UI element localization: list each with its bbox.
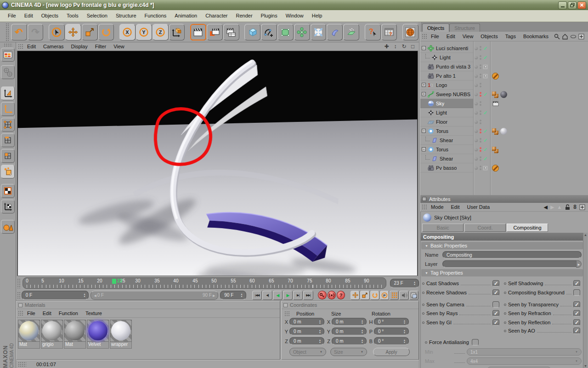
add-primitive-button[interactable] (244, 24, 260, 40)
size-x-field[interactable]: 0 m (332, 318, 367, 326)
panel-toggle-icon[interactable] (18, 303, 23, 307)
tree-row-shear-2[interactable]: Shear (420, 154, 588, 163)
scale-tool-button[interactable] (82, 24, 98, 40)
visibility-dots[interactable] (473, 145, 490, 154)
tag-properties-group[interactable]: Tag Properties (421, 269, 583, 276)
material-item[interactable]: wrapper (110, 320, 132, 349)
previous-frame-button[interactable] (262, 291, 272, 300)
viewport-menu-edit[interactable]: Edit (23, 43, 40, 51)
position-y-field[interactable]: 0 m (289, 328, 324, 335)
object-manager-grip[interactable] (422, 34, 427, 39)
command-manager-button[interactable]: ? (381, 24, 397, 40)
materials-menu-texture[interactable]: Texture (82, 309, 106, 317)
viewport-menu-filter[interactable]: Filter (91, 43, 110, 51)
viewport-canvas[interactable] (17, 51, 418, 276)
seen-by-rays-checkbox[interactable] (492, 310, 499, 316)
make-editable-button[interactable] (1, 48, 15, 62)
menu-animation[interactable]: Animation (170, 10, 201, 22)
home-icon[interactable] (562, 34, 568, 40)
add-panel-icon[interactable] (578, 34, 584, 40)
coordinates-panel-title[interactable]: Coordinates (282, 301, 418, 309)
max-dropdown[interactable]: 4x4 (467, 357, 582, 365)
phong-tag-icon[interactable] (492, 146, 499, 153)
frame-stepper[interactable] (413, 281, 417, 286)
menu-window[interactable]: Window (282, 10, 308, 22)
layer-input[interactable] (442, 260, 581, 268)
materials-menu-function[interactable]: Function (55, 309, 82, 317)
panel-toggle-icon[interactable] (283, 303, 288, 307)
material-item[interactable]: Mat (18, 320, 40, 349)
help-button[interactable]: ? (365, 24, 381, 40)
rotation-b-field[interactable]: 0 ° (374, 337, 409, 345)
viewport-dolly-icon[interactable]: ↕ (392, 43, 399, 50)
texture-tool-button[interactable] (1, 184, 15, 198)
expander[interactable]: − (422, 46, 426, 50)
seen-by-camera-checkbox[interactable] (492, 301, 499, 308)
position-x-field[interactable]: 0 m (289, 318, 324, 326)
compositing-background-checkbox[interactable] (573, 289, 580, 296)
size-y-field[interactable]: 0 m (332, 328, 367, 335)
record-options-button[interactable]: ? (337, 291, 345, 299)
viewport-pan-icon[interactable]: ✚ (383, 43, 390, 50)
left-strip-grip[interactable] (4, 43, 12, 46)
visibility-dots[interactable] (473, 154, 490, 163)
menu-functions[interactable]: Functions (141, 10, 171, 22)
add-modeling-object-button[interactable] (294, 24, 310, 40)
seen-by-ao-checkbox[interactable] (573, 328, 580, 334)
viewport-rotate-icon[interactable]: ↻ (401, 43, 407, 50)
materials-panel-title[interactable]: Materials (17, 301, 280, 309)
menu-structure[interactable]: Structure (112, 10, 141, 22)
timeline-grip[interactable] (17, 278, 21, 288)
tree-row-torus-1[interactable]: −Torus (420, 126, 588, 136)
move-tool-button[interactable] (65, 24, 81, 40)
viewport-menu-view[interactable]: View (110, 43, 128, 51)
viewport-menu-cameras[interactable]: Cameras (40, 43, 68, 51)
lock-z-axis-button[interactable]: Z (153, 24, 169, 40)
tab-basic[interactable]: Basic (422, 224, 464, 232)
om-menu-objects[interactable]: Objects (477, 31, 501, 42)
tree-row-pv-alto-1[interactable]: Pv alto 1 (420, 71, 588, 80)
visibility-dots[interactable] (473, 99, 490, 108)
tab-coord[interactable]: Coord. (464, 224, 506, 232)
attr-menu-userdata[interactable]: User Data (464, 201, 494, 213)
start-frame-stepper[interactable] (82, 293, 86, 298)
visibility-dots[interactable] (473, 117, 490, 126)
phong-tag-icon[interactable] (492, 91, 499, 98)
material-item[interactable]: Mat (64, 320, 86, 349)
expander[interactable]: + (422, 92, 426, 96)
eye-icon[interactable] (570, 34, 577, 40)
history-forward-icon[interactable]: ▶ (550, 204, 554, 210)
visibility-dots[interactable] (473, 80, 490, 90)
keyframe-scale-toggle[interactable] (360, 291, 369, 300)
render-active-view-button[interactable] (207, 24, 223, 40)
om-menu-tags[interactable]: Tags (502, 31, 520, 42)
play-backwards-button[interactable] (273, 291, 283, 300)
visibility-dots[interactable] (473, 44, 490, 53)
tree-row-light-child[interactable]: Light (420, 53, 588, 62)
close-button[interactable] (577, 1, 586, 9)
expander[interactable]: − (422, 129, 426, 133)
keyframe-parameter-toggle[interactable]: P (380, 291, 389, 300)
material-item[interactable]: grigio (41, 320, 63, 349)
attributes-scrollbar[interactable] (583, 233, 588, 368)
next-frame-button[interactable] (293, 291, 303, 300)
redo-button[interactable]: ↷ (28, 24, 44, 40)
sync-icon[interactable]: 8 (573, 204, 577, 210)
prohibition-tag-icon[interactable] (492, 165, 499, 172)
tree-row-pv-basso[interactable]: Pv basso (420, 163, 588, 172)
viewport-menu-display[interactable]: Display (68, 43, 91, 51)
keyframe-rotation-toggle[interactable] (370, 291, 379, 300)
material-item[interactable]: Velvet (87, 320, 109, 349)
add-spline-button[interactable] (261, 24, 277, 40)
goto-start-button[interactable] (252, 291, 262, 300)
visibility-dots[interactable] (473, 108, 490, 117)
parent-up-icon[interactable]: ▲ (557, 204, 562, 210)
visibility-dots[interactable] (473, 53, 490, 62)
render-view-button[interactable] (190, 24, 206, 40)
toolbar-grip[interactable] (6, 23, 10, 41)
prohibition-tag-icon[interactable] (492, 73, 499, 80)
live-selection-button[interactable] (49, 24, 65, 40)
coordinate-mode-dropdown[interactable]: Object (289, 348, 326, 356)
visibility-dots[interactable] (473, 62, 490, 71)
goto-end-button[interactable] (303, 291, 313, 300)
